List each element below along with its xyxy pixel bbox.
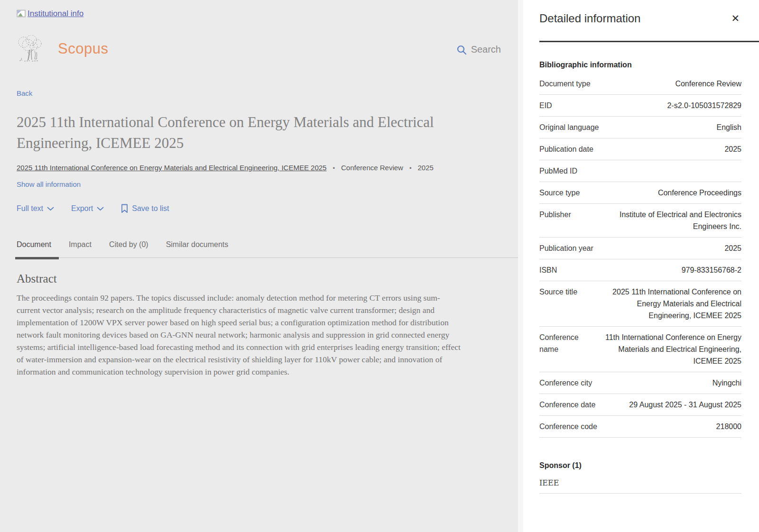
table-row: Source title 2025 11th International Con… bbox=[539, 281, 741, 327]
row-label: Publication date bbox=[539, 143, 717, 155]
row-value: 2-s2.0-105031572829 bbox=[667, 100, 741, 111]
panel-header: Detailed information ✕ bbox=[539, 0, 741, 25]
bibliographic-information-heading: Bibliographic information bbox=[539, 61, 741, 69]
table-row: Publication date 2025 bbox=[539, 138, 741, 160]
close-icon[interactable]: ✕ bbox=[729, 12, 741, 25]
search-icon bbox=[456, 45, 467, 55]
abstract-heading: Abstract bbox=[17, 272, 57, 285]
document-tabs: Document Impact Cited by (0) Similar doc… bbox=[17, 239, 518, 258]
row-label: Conference date bbox=[539, 399, 621, 411]
tab-impact[interactable]: Impact bbox=[69, 239, 92, 249]
show-all-information-link[interactable]: Show all information bbox=[17, 180, 81, 188]
row-label: Original language bbox=[539, 121, 709, 133]
full-text-label: Full text bbox=[17, 204, 43, 213]
table-row: EID 2-s2.0-105031572829 bbox=[539, 95, 741, 117]
table-row: Conference city Nyingchi bbox=[539, 372, 741, 394]
institutional-info-label: Institutional info bbox=[28, 9, 83, 18]
document-actions: Full text Export Save to list bbox=[17, 204, 169, 213]
row-label: Source title bbox=[539, 286, 592, 321]
row-value: English bbox=[717, 121, 741, 133]
sponsor-item: IEEE bbox=[539, 474, 741, 494]
elsevier-tree-logo-icon bbox=[16, 35, 45, 63]
row-value: 2025 bbox=[724, 143, 741, 155]
scopus-logo-text: Scopus bbox=[58, 40, 108, 57]
broken-image-icon bbox=[17, 9, 27, 18]
bullet-separator: • bbox=[333, 165, 335, 172]
table-row: Conference date 29 August 2025 - 31 Augu… bbox=[539, 394, 741, 416]
row-value: Conference Review bbox=[675, 78, 741, 90]
save-to-list-label: Save to list bbox=[132, 204, 169, 213]
row-value: Conference Proceedings bbox=[658, 187, 741, 199]
bibliographic-rows: Document type Conference Review EID 2-s2… bbox=[539, 73, 741, 438]
row-value: 29 August 2025 - 31 August 2025 bbox=[629, 399, 741, 411]
table-row: Source type Conference Proceedings bbox=[539, 182, 741, 204]
row-label: Conference name bbox=[539, 331, 592, 367]
row-label: Document type bbox=[539, 78, 667, 90]
table-row: Original language English bbox=[539, 117, 741, 138]
row-value: Institute of Electrical and Electronics … bbox=[599, 209, 741, 232]
tab-similar-documents[interactable]: Similar documents bbox=[166, 239, 229, 249]
abstract-text: The proceedings contain 92 papers. The t… bbox=[17, 292, 462, 378]
panel-divider bbox=[539, 41, 759, 42]
chevron-down-icon bbox=[47, 207, 54, 211]
full-text-button[interactable]: Full text bbox=[17, 204, 54, 213]
row-label: Publication year bbox=[539, 242, 717, 254]
export-label: Export bbox=[71, 204, 93, 213]
tab-document[interactable]: Document bbox=[17, 239, 51, 249]
panel-title: Detailed information bbox=[539, 12, 640, 25]
row-value: 11th International Conference on Energy … bbox=[599, 331, 741, 367]
chevron-down-icon bbox=[97, 207, 104, 211]
table-row: Conference name 11th International Confe… bbox=[539, 327, 741, 372]
row-label: Conference code bbox=[539, 421, 709, 432]
row-value: 2025 11th International Conference on En… bbox=[599, 286, 741, 321]
bookmark-icon bbox=[121, 204, 128, 213]
row-label: Source type bbox=[539, 187, 650, 199]
bullet-separator: • bbox=[409, 165, 412, 172]
table-row: ISBN 979-833156768-2 bbox=[539, 259, 741, 281]
sponsor-heading: Sponsor (1) bbox=[539, 461, 741, 470]
row-value: 218000 bbox=[716, 421, 741, 432]
table-row: Publisher Institute of Electrical and El… bbox=[539, 204, 741, 238]
table-row: PubMed ID bbox=[539, 160, 741, 182]
back-link[interactable]: Back bbox=[17, 89, 32, 97]
row-label: EID bbox=[539, 100, 659, 111]
row-value: Nyingchi bbox=[713, 377, 741, 389]
table-row: Document type Conference Review bbox=[539, 73, 741, 95]
search-label: Search bbox=[471, 44, 501, 55]
source-title-link[interactable]: 2025 11th International Conference on En… bbox=[17, 164, 326, 172]
search-button[interactable]: Search bbox=[456, 44, 501, 55]
publication-year-label: 2025 bbox=[417, 164, 433, 172]
scopus-brand[interactable]: Scopus bbox=[16, 35, 108, 63]
tab-cited-by[interactable]: Cited by (0) bbox=[109, 239, 148, 249]
source-info-row: 2025 11th International Conference on En… bbox=[17, 164, 434, 172]
row-label: PubMed ID bbox=[539, 165, 734, 177]
row-label: Publisher bbox=[539, 209, 592, 232]
detailed-information-panel: Detailed information ✕ Bibliographic inf… bbox=[523, 0, 759, 532]
institutional-info-link[interactable]: Institutional info bbox=[17, 9, 83, 18]
document-title: 2025 11th International Conference on En… bbox=[17, 112, 446, 154]
table-row: Conference code 218000 bbox=[539, 416, 741, 438]
export-button[interactable]: Export bbox=[71, 204, 104, 213]
row-value: 2025 bbox=[724, 242, 741, 254]
save-to-list-button[interactable]: Save to list bbox=[121, 204, 169, 213]
main-content-area: Institutional info Scopus bbox=[0, 0, 518, 532]
row-label: Conference city bbox=[539, 377, 705, 389]
document-type-label: Conference Review bbox=[341, 164, 403, 172]
row-label: ISBN bbox=[539, 264, 674, 276]
table-row: Publication year 2025 bbox=[539, 238, 741, 259]
row-value: 979-833156768-2 bbox=[682, 264, 741, 276]
scrollbar-track[interactable] bbox=[518, 0, 523, 532]
